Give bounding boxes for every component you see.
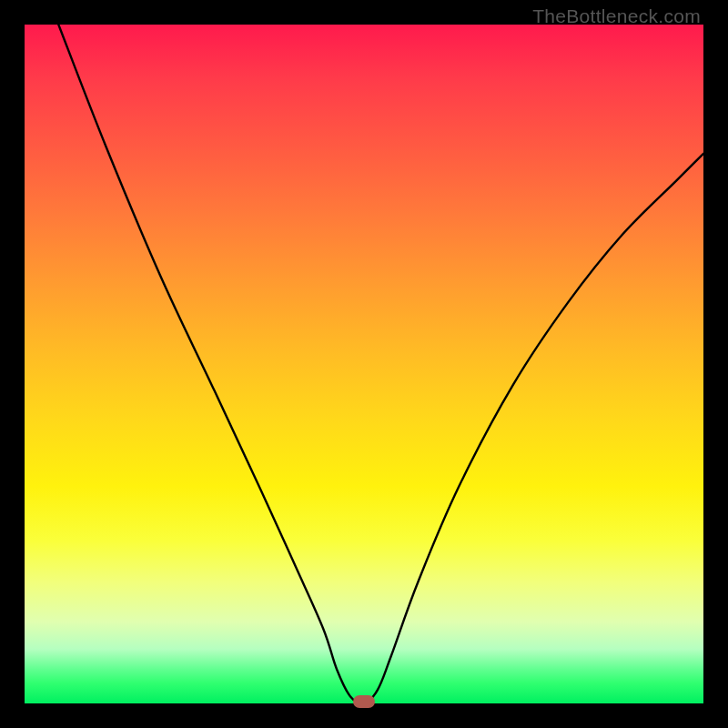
watermark-text: TheBottleneck.com — [532, 5, 701, 27]
chart-container: TheBottleneck.com — [0, 0, 728, 728]
minimum-marker — [353, 695, 375, 708]
plot-gradient-background — [25, 25, 703, 703]
